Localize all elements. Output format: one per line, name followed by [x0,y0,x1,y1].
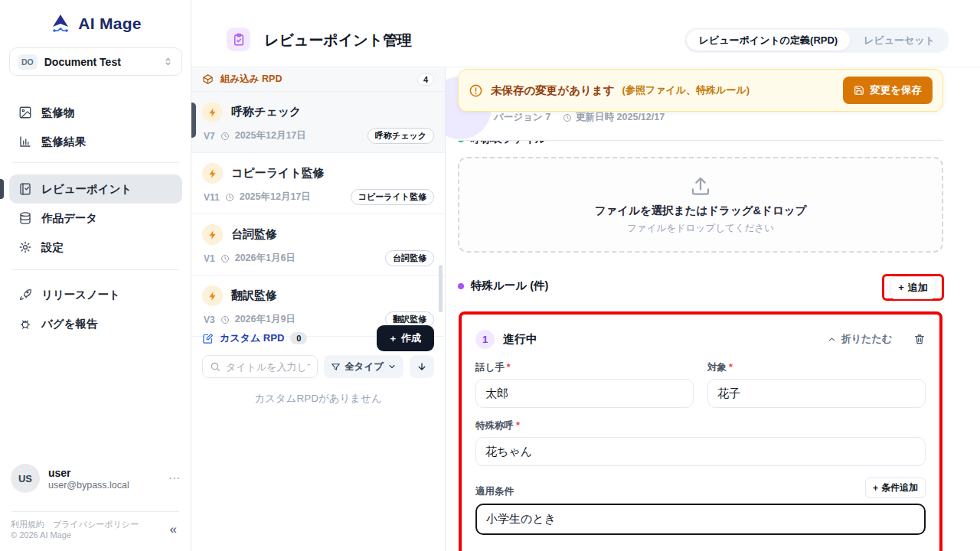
rpd-type-badge: 台詞監修 [385,250,434,266]
speaker-field[interactable] [475,379,694,408]
clock-icon [563,113,572,122]
banner-detail: (参照ファイル、特殊ルール) [622,83,750,97]
clock-icon [220,132,230,141]
sidebar: AI Mage DO Document Test 監修物 監修結果 レ [0,0,191,551]
sidebar-footer: 利用規約 プライバシーポリシー © 2026 AI Mage [11,519,145,540]
sidebar-item-label: レビューポイント [41,182,132,197]
condition-field[interactable] [475,504,926,535]
builtin-rpd-header: 組み込み RPD 4 [191,67,445,92]
add-condition-button[interactable]: + 条件追加 [865,478,926,498]
lightning-icon [202,163,223,184]
project-selector[interactable]: DO Document Test [9,47,182,76]
custom-rpd-label: カスタム RPD [220,331,284,345]
unsaved-changes-banner: 未保存の変更があります (参照ファイル、特殊ルール) 変更を保存 [458,69,943,112]
sidebar-item-results[interactable]: 監修結果 [9,127,182,156]
active-nav-indicator [0,179,4,199]
file-dropzone[interactable]: ファイルを選択またはドラッグ&ドロップ ファイルをドロップしてください [458,157,943,253]
sort-direction-button[interactable] [410,355,434,378]
sidebar-item-settings[interactable]: 設定 [9,233,182,262]
gear-icon [18,240,32,254]
plus-icon: + [898,282,904,293]
annotation-highlight: + 追加 [882,274,944,301]
target-field[interactable] [707,379,926,408]
alert-circle-icon [469,83,483,98]
custom-rpd-count: 0 [290,332,307,344]
condition-label: 適用条件 [475,485,514,498]
pencil-square-icon [202,333,214,344]
privacy-link[interactable]: プライバシーポリシー [53,520,139,529]
lightning-icon [202,285,223,306]
clock-icon [225,193,234,202]
rpd-search-row: 全タイプ [191,355,445,378]
view-tabs: レビューポイントの定義(RPD) レビューセット [684,28,949,53]
avatar: US [11,464,40,493]
save-changes-button[interactable]: 変更を保存 [843,77,933,104]
dropzone-main-text: ファイルを選択またはドラッグ&ドロップ [595,204,807,218]
bar-chart-icon [18,135,32,148]
nickname-field[interactable] [475,437,926,466]
nickname-label: 特殊称呼* [475,419,926,432]
rule-status: 進行中 [503,332,537,347]
banner-message: 未保存の変更があります [491,83,615,98]
updated-label: 更新日時 2025/12/17 [576,111,665,124]
terms-link[interactable]: 利用規約 [11,520,44,529]
sidebar-item-label: バグを報告 [41,317,98,331]
database-icon [18,211,32,225]
plus-icon: + [873,483,878,494]
rpd-type-badge: コピーライト監修 [351,189,434,205]
section-bullet-icon [458,283,464,289]
type-filter-dropdown[interactable]: 全タイプ [324,355,403,378]
tab-review-set[interactable]: レビューセット [851,30,947,51]
search-input[interactable] [226,361,310,373]
rpd-detail-panel: 未保存の変更があります (参照ファイル、特殊ルール) 変更を保存 バージョン 7… [446,67,980,551]
rocket-icon [18,288,32,302]
search-icon [210,361,220,372]
rpd-version: V11 [204,192,220,203]
arrow-down-icon [416,361,427,372]
special-rule-card: 1 進行中 折りたたむ 話し手* 対象* 特殊称呼* [459,311,942,551]
tab-rpd-definition[interactable]: レビューポイントの定義(RPD) [687,30,851,51]
sidebar-item-label: 監修結果 [41,135,86,149]
clock-icon [220,254,230,263]
sidebar-item-label: 設定 [41,240,64,255]
project-name: Document Test [44,56,155,68]
file-section-header: 呼称表ファイル [458,141,611,148]
custom-rpd-header: カスタム RPD 0 + 作成 [191,321,445,355]
sidebar-item-review-points[interactable]: レビューポイント [9,174,182,204]
rpd-item-serifu[interactable]: 台詞監修 V1 2026年1月6日 台詞監修 [191,214,445,276]
collapse-sidebar-icon[interactable]: « [170,522,177,537]
version-label: バージョン 7 [494,111,550,124]
top-bar: レビューポイント管理 レビューポイントの定義(RPD) レビューセット [191,0,980,67]
project-badge: DO [18,54,38,70]
collapse-rule-toggle[interactable]: 折りたたむ [827,332,892,346]
add-rule-button[interactable]: + 追加 [890,276,936,299]
rpd-version: V1 [204,253,215,264]
brand-name: AI Mage [78,15,142,33]
rules-section-header: 特殊ルール (件) [458,279,548,293]
sidebar-item-work-data[interactable]: 作品データ [9,204,182,233]
scrollbar-thumb[interactable] [439,265,443,312]
delete-rule-icon[interactable] [913,333,926,345]
bug-icon [18,317,32,331]
brand-logo-icon [49,12,72,35]
create-rpd-button[interactable]: + 作成 [377,325,434,351]
rpd-item-copyright[interactable]: コピーライト監修 V11 2025年12月17日 コピーライト監修 [191,153,445,214]
page-title: レビューポイント管理 [264,31,412,51]
user-profile[interactable]: US user user@bypass.local ⋯ [11,464,181,493]
sidebar-item-label: 作品データ [41,211,97,226]
more-icon[interactable]: ⋯ [168,471,181,485]
file-section-title: 呼称表ファイル [470,141,546,146]
image-icon [18,106,32,119]
sidebar-item-release-notes[interactable]: リリースノート [9,280,182,309]
divider [12,511,179,512]
rpd-date: 2025年12月17日 [240,191,311,204]
copyright: © 2026 AI Mage [11,530,145,540]
lightning-icon [202,224,223,245]
dropzone-sub-text: ファイルをドロップしてください [627,222,774,235]
sidebar-item-label: 監修物 [41,106,75,120]
builtin-rpd-label: 組み込み RPD [220,73,282,86]
sidebar-item-works[interactable]: 監修物 [9,98,182,127]
lightning-icon [202,102,223,122]
sidebar-item-report-bug[interactable]: バグを報告 [9,309,182,338]
rpd-item-kosho-check[interactable]: 呼称チェック V7 2025年12月17日 呼称チェック [191,92,445,153]
